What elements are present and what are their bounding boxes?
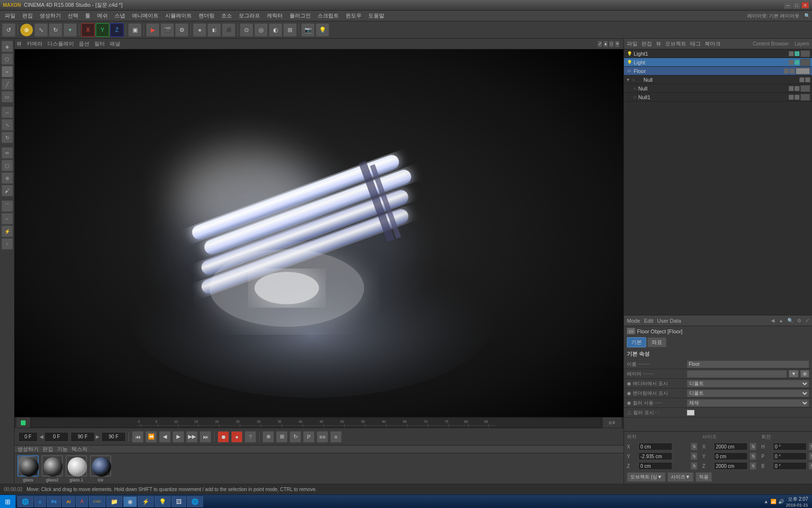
move-tool[interactable]: ↔ <box>1 106 13 118</box>
mat-tab-edit[interactable]: 편집 <box>43 446 53 453</box>
om-tab-view[interactable]: 뷰 <box>656 40 661 47</box>
play-button[interactable]: ▶ <box>173 431 184 443</box>
frame-total-field[interactable]: 90 F <box>102 432 126 442</box>
om-tab-file[interactable]: 파일 <box>627 40 638 47</box>
frame-current-field[interactable]: 0 F <box>44 432 69 442</box>
size-x-input[interactable] <box>714 443 748 450</box>
rotate-button[interactable]: ↻ <box>49 23 62 37</box>
light-check1[interactable] <box>789 60 794 65</box>
vp-expand[interactable]: ⤢ <box>597 41 602 47</box>
material-glass2[interactable]: glass2 <box>42 455 63 482</box>
attr-expand[interactable]: ⤢ <box>805 318 809 323</box>
knife-tool[interactable]: ⚡ <box>1 225 13 237</box>
null1-check2[interactable] <box>795 95 799 100</box>
taskbar-chrome[interactable]: 🌐 <box>17 496 33 507</box>
menu-snap[interactable]: 스냅 <box>112 11 128 20</box>
play-forward-button[interactable]: ▶▶ <box>186 431 198 443</box>
vp-tab-camera[interactable]: 카메라 <box>27 40 43 47</box>
play-reverse-button[interactable]: ◀ <box>159 431 171 443</box>
om-tab-objects[interactable]: 오브젝트 <box>665 40 686 47</box>
render-settings[interactable]: ⚙ <box>175 23 188 37</box>
keyframe-options[interactable]: ↻ <box>290 431 301 443</box>
null-child-check1[interactable] <box>789 86 794 91</box>
pos-x-input[interactable] <box>638 443 672 450</box>
view-top[interactable]: ⬛ <box>222 23 235 37</box>
floor-check2[interactable] <box>790 69 795 74</box>
material-ice[interactable]: ice <box>90 455 111 482</box>
taskbar-ie[interactable]: e <box>34 496 46 507</box>
axis-z[interactable]: Z <box>110 23 124 37</box>
obj-null-child[interactable]: ○ Null <box>624 84 812 93</box>
render-to-picture[interactable]: 🎬 <box>160 23 174 37</box>
scale-tool[interactable]: ⤡ <box>1 119 13 131</box>
goto-end-button[interactable]: ⏭ <box>200 431 211 443</box>
taskbar-explorer[interactable]: 📁 <box>106 496 122 507</box>
bend-tool[interactable]: ⌣ <box>1 213 13 224</box>
menu-sculpt[interactable]: 조소 <box>218 11 235 20</box>
light-check2[interactable] <box>795 60 799 65</box>
scale-button[interactable]: ⤡ <box>34 23 48 37</box>
show-hidden[interactable]: ◐ <box>269 23 282 37</box>
taskbar-app2[interactable]: ⚡ <box>138 496 154 507</box>
attr-tab-basic[interactable]: 기본 <box>627 337 646 347</box>
attr-settings[interactable]: ⚙ <box>797 318 801 323</box>
pos-x-spin[interactable]: ⇅ <box>691 443 697 450</box>
start-button[interactable]: ⊞ <box>0 495 15 508</box>
pos-z-input[interactable] <box>638 462 672 470</box>
vp-tab-display[interactable]: 디스플레이 <box>47 40 74 47</box>
render-btn[interactable]: ▶ <box>146 23 160 37</box>
vp-tab-filter[interactable]: 필터 <box>94 40 105 47</box>
taskbar-photoshop[interactable]: Ps <box>47 496 61 507</box>
om-tab-edit[interactable]: 편집 <box>641 40 652 47</box>
playback-options[interactable]: P <box>303 431 315 443</box>
attr-editor-dropdown[interactable]: 디폴트 <box>687 380 809 388</box>
timeline-options[interactable]: ≡≡ <box>317 431 328 443</box>
attr-arrow1[interactable]: ◀ <box>771 318 775 323</box>
powertrack[interactable]: ≡ <box>330 431 342 443</box>
null-check1[interactable] <box>799 77 804 82</box>
obj-null-parent[interactable]: ▼ ○ Null <box>624 75 812 84</box>
coord-apply-btn[interactable]: 적용 <box>696 472 712 482</box>
select-tool[interactable]: ▢ <box>1 160 13 171</box>
rotate-tool[interactable]: ↻ <box>1 132 13 143</box>
rot-h-spin[interactable]: ⇅ <box>809 443 812 450</box>
null-child-check2[interactable] <box>795 86 799 91</box>
rot-b-input[interactable] <box>773 462 807 470</box>
undo-button[interactable]: ↺ <box>2 23 15 37</box>
menu-script[interactable]: 스크립트 <box>315 11 342 20</box>
om-tab-tags[interactable]: 태그 <box>690 40 701 47</box>
menu-character[interactable]: 캐릭터 <box>264 11 286 20</box>
view-side[interactable]: ◧ <box>207 23 221 37</box>
menu-help[interactable]: 도움말 <box>365 11 387 20</box>
move-button[interactable]: ⊕ <box>20 23 33 37</box>
rot-p-spin[interactable]: ⇅ <box>809 452 812 460</box>
timeline-ruler[interactable]: 0 5 10 15 20 25 30 <box>31 418 601 428</box>
menu-edit[interactable]: 편집 <box>19 11 36 20</box>
add-keyframe[interactable]: ⊕ <box>262 431 274 443</box>
maximize-button[interactable]: □ <box>793 2 800 9</box>
polygon-mode[interactable]: ▭ <box>1 91 13 103</box>
show-wire[interactable]: ◎ <box>254 23 268 37</box>
attr-edit-tab[interactable]: Edit <box>644 318 653 324</box>
menu-animate[interactable]: 애니메이트 <box>129 11 161 20</box>
close-button[interactable]: ✕ <box>801 2 809 9</box>
attr-arrow2[interactable]: ▲ <box>779 318 783 323</box>
coord-object-btn[interactable]: 오브젝트 (싱▼ <box>627 472 666 482</box>
viewport-content[interactable] <box>14 49 624 417</box>
minimize-button[interactable]: ─ <box>784 2 792 9</box>
menu-window[interactable]: 윈도우 <box>343 11 364 20</box>
menu-mograph[interactable]: 모그라프 <box>236 11 263 20</box>
attr-userdata-tab[interactable]: User Data <box>657 318 682 324</box>
light1-check2[interactable] <box>795 51 799 56</box>
taskbar-app1[interactable]: ◉ <box>123 496 137 507</box>
attr-render-dropdown[interactable]: 디폴트 <box>687 389 809 397</box>
attr-layer-btn[interactable]: ▼ <box>789 370 798 377</box>
render-region[interactable]: ▣ <box>128 23 142 37</box>
menu-create[interactable]: 생성하기 <box>37 11 64 20</box>
attr-layer-input[interactable] <box>687 370 787 378</box>
null1-check1[interactable] <box>789 95 794 100</box>
vp-maximize[interactable]: □ <box>609 41 614 47</box>
viewport[interactable]: 뷰 카메라 디스플레이 옵션 필터 패널 ⤢ ▲ □ ✕ <box>14 39 624 417</box>
paint-tool[interactable]: 🖌 <box>1 185 13 196</box>
vp-tab-panel[interactable]: 패널 <box>110 40 120 47</box>
